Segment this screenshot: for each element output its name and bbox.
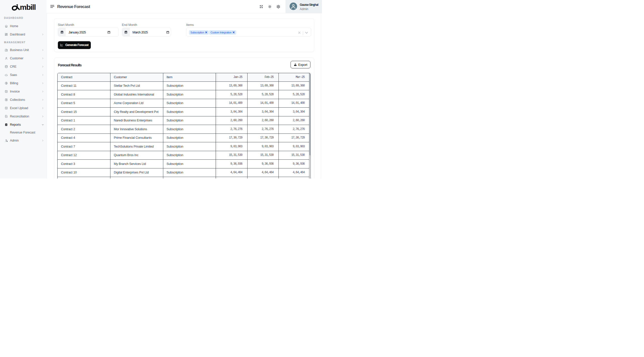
svg-text:mbill: mbill bbox=[20, 3, 36, 11]
